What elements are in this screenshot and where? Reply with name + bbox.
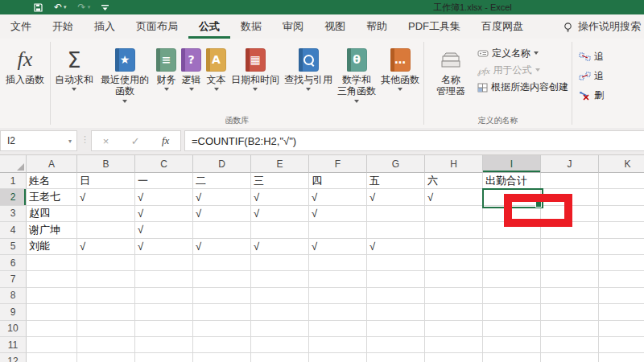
col-header-C[interactable]: C [135, 155, 193, 173]
cell-E4[interactable] [251, 222, 309, 238]
cell-G10[interactable] [367, 321, 425, 337]
cell-J1[interactable] [541, 173, 599, 189]
cell-D2[interactable]: √ [193, 189, 251, 205]
cell-B10[interactable] [77, 321, 135, 337]
date-time-button[interactable]: ▦日期和时间 [229, 43, 282, 95]
defined-names-item-3[interactable]: 根据所选内容创建 [477, 80, 568, 94]
cell-C2[interactable]: √ [135, 189, 193, 205]
col-header-F[interactable]: F [309, 155, 367, 173]
cell-I9[interactable] [483, 304, 541, 320]
name-box-caret-icon[interactable]: ▾ [68, 138, 76, 145]
ribbon-tab-9[interactable]: 帮助 [356, 14, 398, 39]
ribbon-tab-6[interactable]: 数据 [230, 14, 272, 39]
formula-input[interactable]: =COUNTIF(B2:H2,"√") [184, 130, 644, 151]
ribbon-tab-3[interactable]: 插入 [84, 14, 126, 39]
ribbon-tab-10[interactable]: PDF工具集 [398, 14, 471, 39]
col-header-D[interactable]: D [193, 155, 251, 173]
ribbon-tab-1[interactable]: 文件 [0, 14, 42, 39]
cell-K10[interactable] [599, 321, 644, 337]
cell-K12[interactable] [599, 353, 644, 362]
cell-E9[interactable] [251, 304, 309, 320]
cell-K11[interactable] [599, 337, 644, 353]
cell-E12[interactable] [251, 353, 309, 362]
cell-F4[interactable] [309, 222, 367, 238]
name-box[interactable]: I2 ▾ [0, 130, 77, 151]
logical-button[interactable]: ?逻辑 [179, 43, 204, 95]
cell-H10[interactable] [425, 321, 483, 337]
row-header-1[interactable]: 1 [0, 173, 27, 189]
cell-J6[interactable] [541, 255, 599, 271]
row-header-3[interactable]: 3 [0, 206, 27, 222]
cell-G3[interactable] [367, 206, 425, 222]
cell-C5[interactable]: √ [135, 239, 193, 255]
cell-J5[interactable] [541, 239, 599, 255]
cell-B12[interactable] [77, 353, 135, 362]
cell-F7[interactable] [309, 271, 367, 287]
cell-C7[interactable] [135, 271, 193, 287]
cell-G6[interactable] [367, 255, 425, 271]
cell-C6[interactable] [135, 255, 193, 271]
cell-H11[interactable] [425, 337, 483, 353]
cell-B3[interactable] [77, 206, 135, 222]
cell-C8[interactable] [135, 288, 193, 304]
lookup-reference-button[interactable]: 查找与引用 [282, 43, 335, 95]
cell-I6[interactable] [483, 255, 541, 271]
cell-D8[interactable] [193, 288, 251, 304]
undo-icon[interactable]: ↶▾ [54, 0, 67, 14]
cell-I11[interactable] [483, 337, 541, 353]
cell-K1[interactable] [599, 173, 644, 189]
col-header-G[interactable]: G [367, 155, 425, 173]
cell-G5[interactable]: √ [367, 239, 425, 255]
cell-D12[interactable] [193, 353, 251, 362]
cell-F1[interactable]: 四 [309, 173, 367, 189]
ribbon-tab-2[interactable]: 开始 [42, 14, 84, 39]
cell-A4[interactable]: 谢广坤 [27, 222, 77, 238]
cell-A2[interactable]: 王老七 [27, 189, 77, 205]
cell-C1[interactable]: 一 [135, 173, 193, 189]
cell-I10[interactable] [483, 321, 541, 337]
ribbon-tab-4[interactable]: 页面布局 [126, 14, 188, 39]
col-header-A[interactable]: A [27, 155, 77, 173]
cell-A1[interactable]: 姓名 [27, 173, 77, 189]
formula-auditing-item-3[interactable]: 删 [579, 88, 604, 102]
name-manager-button[interactable]: 名称 管理器 [426, 43, 476, 99]
cell-D6[interactable] [193, 255, 251, 271]
cell-H3[interactable] [425, 206, 483, 222]
cell-D11[interactable] [193, 337, 251, 353]
recently-used-button[interactable]: ★最近使用的函数 [96, 43, 154, 107]
row-header-12[interactable]: 12 [0, 353, 27, 362]
cell-K6[interactable] [599, 255, 644, 271]
row-header-8[interactable]: 8 [0, 288, 27, 304]
cell-H6[interactable] [425, 255, 483, 271]
cell-F10[interactable] [309, 321, 367, 337]
cell-A9[interactable] [27, 304, 77, 320]
cell-J12[interactable] [541, 353, 599, 362]
defined-names-item-1[interactable]: 定义名称 [477, 47, 568, 60]
cell-D7[interactable] [193, 271, 251, 287]
formula-auditing-item-1[interactable]: 追 [579, 50, 604, 64]
cell-F3[interactable]: √ [309, 206, 367, 222]
save-icon[interactable] [34, 3, 43, 12]
math-trig-button[interactable]: θ数学和 三角函数 [335, 43, 378, 107]
cell-D1[interactable]: 二 [193, 173, 251, 189]
row-header-11[interactable]: 11 [0, 337, 27, 353]
cell-D4[interactable] [193, 222, 251, 238]
row-header-2[interactable]: 2 [0, 189, 27, 205]
cell-B5[interactable]: √ [77, 239, 135, 255]
ribbon-tab-7[interactable]: 审阅 [272, 14, 314, 39]
cell-B2[interactable]: √ [77, 189, 135, 205]
cell-D3[interactable]: √ [193, 206, 251, 222]
cell-E1[interactable]: 三 [251, 173, 309, 189]
cell-H4[interactable] [425, 222, 483, 238]
cell-A11[interactable] [27, 337, 77, 353]
cell-K5[interactable] [599, 239, 644, 255]
cell-A5[interactable]: 刘能 [27, 239, 77, 255]
ribbon-tab-5[interactable]: 公式 [188, 14, 230, 39]
text-button[interactable]: A文本 [204, 43, 229, 95]
cell-D5[interactable]: √ [193, 239, 251, 255]
autosum-button[interactable]: Σ自动求和 [52, 43, 96, 95]
cell-H1[interactable]: 六 [425, 173, 483, 189]
cell-E6[interactable] [251, 255, 309, 271]
cell-H2[interactable]: √ [425, 189, 483, 205]
cell-C11[interactable] [135, 337, 193, 353]
